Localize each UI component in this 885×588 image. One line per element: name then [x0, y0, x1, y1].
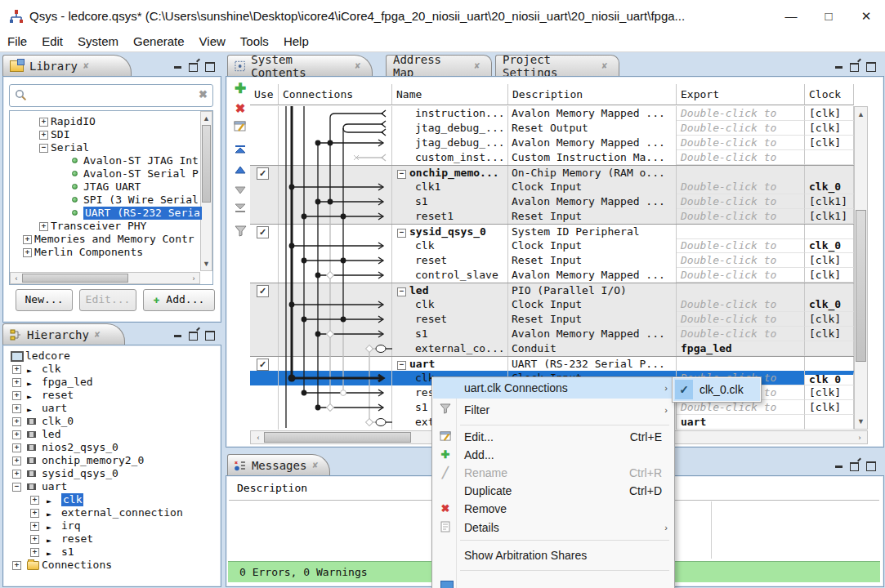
messages-tab[interactable]: ✖ Messages ✘: [227, 454, 330, 475]
cell-use[interactable]: [250, 341, 279, 356]
move-bottom-icon[interactable]: [231, 201, 249, 219]
library-tree-item-rapidio[interactable]: +RapidIO: [10, 115, 199, 128]
menu-item-connections[interactable]: uart.clk Connections›: [433, 377, 673, 399]
hierarchy-item-external-connection[interactable]: +►external_connection: [6, 506, 215, 519]
cell-desc[interactable]: Avalon Memory Mapped ...: [508, 194, 677, 209]
messages-tab-close-icon[interactable]: ✘: [312, 460, 318, 470]
cell-use[interactable]: [250, 297, 279, 312]
scroll-down-icon[interactable]: ▼: [201, 258, 212, 270]
table-vscrollbar[interactable]: ▲ ▼: [854, 106, 868, 430]
hierarchy-item-uart[interactable]: −uart: [6, 480, 215, 493]
tree-expander-icon[interactable]: +: [30, 548, 39, 557]
add-button[interactable]: ✚ Add...: [143, 289, 215, 311]
menu-item-duplicate[interactable]: DuplicateCtrl+D: [433, 482, 673, 500]
search-clear-icon[interactable]: ✖: [199, 88, 208, 100]
menu-item-details[interactable]: Details›: [433, 518, 673, 537]
library-tree-item-merlin-components[interactable]: +Merlin Components: [10, 246, 199, 259]
column-header-export[interactable]: Export: [677, 84, 805, 105]
hierarchy-item-ledcore[interactable]: ledcore: [6, 350, 215, 363]
tree-expander-icon[interactable]: +: [12, 404, 21, 413]
cell-name[interactable]: clk: [392, 238, 508, 253]
cell-desc[interactable]: Clock Input: [508, 238, 677, 253]
hierarchy-item-s1[interactable]: +►s1: [6, 546, 215, 559]
cell-clock[interactable]: [805, 341, 854, 356]
tree-expander-icon[interactable]: +: [12, 443, 21, 452]
cell-clock[interactable]: [805, 150, 854, 165]
tree-expander-icon[interactable]: +: [30, 496, 39, 505]
cell-export[interactable]: [677, 225, 805, 239]
cell-name[interactable]: custom_inst...: [392, 150, 508, 165]
tree-expander-icon[interactable]: +: [12, 457, 21, 466]
system-contents-panel-buttons[interactable]: [835, 62, 876, 72]
tree-expander-icon[interactable]: +: [39, 222, 48, 231]
library-tree-item-uart-rs-232-seria[interactable]: UART (RS-232 Seria: [10, 207, 199, 220]
panel-minimize-icon[interactable]: [835, 466, 843, 468]
cell-desc[interactable]: Reset Input: [508, 209, 677, 224]
cell-use[interactable]: [250, 150, 279, 165]
menubar-item-generate[interactable]: Generate: [126, 33, 192, 50]
panel-float-icon[interactable]: [850, 462, 859, 471]
cell-clock[interactable]: [clk]: [805, 327, 854, 341]
hierarchy-item-fpga-led[interactable]: +►fpga_led: [6, 376, 215, 389]
tree-expander-icon[interactable]: +: [30, 522, 39, 531]
cell-use[interactable]: [250, 253, 279, 268]
tree-expander-icon[interactable]: +: [12, 470, 21, 479]
tree-expander-icon[interactable]: +: [30, 535, 39, 544]
cell-name[interactable]: control_slave: [392, 268, 508, 283]
panel-maximize-icon[interactable]: [866, 62, 876, 72]
cell-export[interactable]: Double-click to: [677, 106, 805, 121]
library-tree-item-avalon-st-jtag-int[interactable]: Avalon-ST JTAG Int: [10, 154, 199, 167]
cell-desc[interactable]: Reset Input: [508, 312, 677, 327]
cell-clock[interactable]: [clk]: [805, 268, 854, 283]
cell-name[interactable]: jtag_debug_...: [392, 121, 508, 136]
library-tree-item-transceiver-phy[interactable]: +Transceiver PHY: [10, 220, 199, 233]
add-icon[interactable]: ✚: [231, 80, 249, 98]
cell-clock[interactable]: [805, 166, 854, 180]
cell-clock[interactable]: [clk]: [805, 106, 854, 121]
column-header-clock[interactable]: Clock: [805, 84, 854, 105]
cell-use[interactable]: ✓: [250, 283, 279, 298]
cell-export[interactable]: Double-click to: [677, 136, 805, 150]
table-row-s1[interactable]: s1Avalon Memory Mapped ...Double-click t…: [250, 194, 868, 209]
cell-use[interactable]: [250, 121, 279, 136]
cell-clock[interactable]: [805, 357, 854, 372]
library-tree-item-memories-and-memory-contr[interactable]: +Memories and Memory Contr: [10, 233, 199, 246]
maximize-button[interactable]: □: [810, 0, 847, 33]
cell-export[interactable]: Double-click to: [677, 194, 805, 209]
move-top-icon[interactable]: [231, 142, 249, 160]
table-row-external-co-[interactable]: external_co...Conduitfpga_led: [250, 341, 868, 356]
library-tree-item-jtag-uart[interactable]: JTAG UART: [10, 180, 199, 194]
cell-name[interactable]: s1: [392, 194, 508, 209]
use-checkbox[interactable]: ✓: [257, 167, 269, 180]
table-row-instruction-[interactable]: instruction...Avalon Memory Mapped ...Do…: [250, 106, 868, 121]
cell-use[interactable]: [250, 327, 279, 341]
cell-clock[interactable]: clk_0: [805, 180, 854, 194]
cell-clock[interactable]: [clk]: [805, 253, 854, 268]
cell-export[interactable]: Double-click to: [677, 209, 805, 224]
cell-name[interactable]: clk1: [392, 180, 508, 194]
hierarchy-item-led[interactable]: +led: [6, 428, 215, 441]
tree-expander-icon[interactable]: +: [12, 430, 21, 439]
scroll-left-icon[interactable]: ‹: [254, 431, 262, 444]
move-up-icon[interactable]: [231, 162, 249, 180]
tree-expander-icon[interactable]: +: [12, 561, 21, 570]
tree-expander-icon[interactable]: +: [39, 118, 48, 127]
cell-desc[interactable]: UART (RS-232 Serial P...: [508, 357, 677, 372]
cell-use[interactable]: [250, 106, 279, 121]
cell-export[interactable]: Double-click to: [677, 253, 805, 268]
menubar-item-edit[interactable]: Edit: [34, 33, 70, 50]
table-row-reset1[interactable]: reset1Reset InputDouble-click to[clk1]: [250, 209, 868, 224]
messages-panel-buttons[interactable]: [835, 461, 876, 471]
tab-project-settings[interactable]: Project Settings ✘: [495, 55, 619, 76]
cell-name[interactable]: −uart: [392, 357, 508, 372]
scroll-down-icon[interactable]: ▼: [855, 416, 867, 427]
cell-clock[interactable]: clk_0: [805, 297, 854, 312]
cell-clock[interactable]: [clk]: [805, 385, 854, 400]
table-row-jtag-debug-[interactable]: jtag_debug_...Reset OutputDouble-click t…: [250, 121, 868, 136]
cell-export[interactable]: Double-click to: [677, 312, 805, 327]
table-row-clk1[interactable]: clk1Clock InputDouble-click toclk_0: [250, 180, 868, 194]
tree-expander-icon[interactable]: −: [12, 483, 21, 492]
cell-name[interactable]: −onchip_memo...: [392, 166, 508, 180]
panel-minimize-icon[interactable]: [174, 335, 181, 337]
cell-export[interactable]: [677, 283, 805, 298]
